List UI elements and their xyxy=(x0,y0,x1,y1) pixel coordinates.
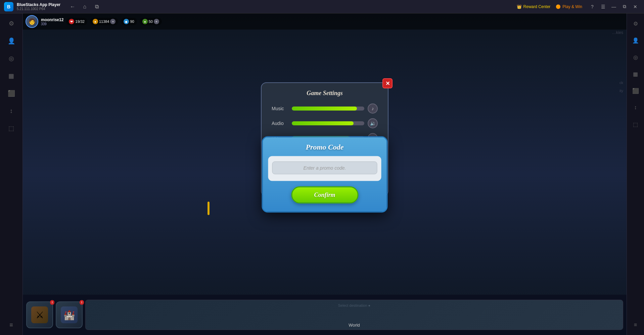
sidebar-icon-1[interactable]: ⚙ xyxy=(4,16,19,31)
bottom-icon-2[interactable]: 🏰 ! xyxy=(56,301,83,328)
gold-value: 11384 xyxy=(99,19,109,24)
gem-stat: ◆ 90 xyxy=(121,18,137,25)
audio-toggle-button[interactable]: 🔉 xyxy=(368,118,378,128)
player-avatar: 🧑 xyxy=(26,15,38,28)
sidebar-icon-3[interactable]: ◎ xyxy=(4,51,19,66)
player-name: moonrise12 xyxy=(41,17,63,22)
gold-icon: ● xyxy=(93,19,98,24)
sidebar-icon-4[interactable]: ▦ xyxy=(4,69,19,83)
music-toggle-button[interactable]: ♪ xyxy=(368,103,378,114)
audio-slider[interactable] xyxy=(292,121,364,125)
menu-button[interactable]: ☰ xyxy=(598,2,608,11)
extra-value: 50 xyxy=(149,19,153,24)
bottom-icon-1-badge: ! xyxy=(50,300,54,305)
audio-label: Audio xyxy=(272,121,288,126)
titlebar-right: 👑 Reward Center 🟠 Play & Win ? ☰ — ⧉ ✕ xyxy=(517,2,640,11)
hp-value: 19/32 xyxy=(75,19,85,24)
gold-stat: ● 11384 + xyxy=(90,18,119,25)
gem-icon: ◆ xyxy=(124,19,129,24)
player-level: 339 xyxy=(41,22,63,26)
music-fill xyxy=(292,107,357,111)
sidebar-icon-6[interactable]: ↕ xyxy=(4,103,19,118)
right-sidebar: ⚙ 👤 ◎ ▦ ⬛ ↕ ⬚ ≡ xyxy=(627,13,644,335)
hp-stat: ❤ 19/32 xyxy=(66,18,87,25)
help-button[interactable]: ? xyxy=(588,2,597,11)
play-win-label: Play & Win xyxy=(562,4,582,9)
app-icon: B xyxy=(4,2,13,11)
close-window-button[interactable]: ✕ xyxy=(631,2,640,11)
promo-input-area xyxy=(268,156,381,181)
music-label: Music xyxy=(272,106,288,111)
reward-center-label: Reward Center xyxy=(523,4,551,9)
right-sidebar-icon-7[interactable]: ⬚ xyxy=(628,117,643,132)
game-content-detail: ckity xyxy=(619,81,623,93)
yellow-line-decoration xyxy=(208,202,210,215)
extra-plus-icon: + xyxy=(154,19,159,24)
game-viewport: 🧑 moonrise12 339 ❤ 19/32 ● 11384 + ◆ 90 … xyxy=(23,13,627,335)
right-sidebar-icon-4[interactable]: ▦ xyxy=(628,67,643,81)
app-version: 5.21.111.1002 P64 xyxy=(17,7,60,11)
promo-title: Promo Code xyxy=(263,137,387,156)
minimize-button[interactable]: — xyxy=(609,2,618,11)
promo-code-input[interactable] xyxy=(272,161,377,174)
world-map-area[interactable]: Select destination ● World xyxy=(85,300,623,330)
settings-title: Game Settings xyxy=(272,90,378,97)
game-topbar: 🧑 moonrise12 339 ❤ 19/32 ● 11384 + ◆ 90 … xyxy=(23,13,627,30)
crown-icon: 👑 xyxy=(517,4,522,9)
gold-plus-icon: + xyxy=(110,19,116,24)
bottom-icon-2-badge: ! xyxy=(80,300,84,305)
promo-code-dialog: Promo Code Confirm xyxy=(262,136,388,212)
sidebar-icon-2[interactable]: 👤 xyxy=(4,34,19,48)
main-area: ⚙ 👤 ◎ ▦ ⬛ ↕ ⬚ ≡ 🧑 moonrise12 339 ❤ 19/32… xyxy=(0,13,644,335)
game-content-hint: …kies xyxy=(612,30,623,35)
back-button[interactable]: ← xyxy=(68,2,77,11)
sidebar-icon-5[interactable]: ⬛ xyxy=(4,86,19,101)
app-name: BlueStacks App Player xyxy=(17,2,60,7)
game-bottom-bar: ⚔ ! 🏰 ! Select destination ● World xyxy=(23,295,627,335)
sidebar-icon-8[interactable]: ≡ xyxy=(4,318,19,332)
nav-buttons: ← ⌂ ⧉ xyxy=(68,2,101,11)
bottom-icon-1-inner: ⚔ xyxy=(31,306,48,323)
music-slider[interactable] xyxy=(292,107,364,111)
restore-button[interactable]: ⧉ xyxy=(620,2,629,11)
music-row: Music ♪ xyxy=(272,103,378,114)
extra-stat: ● 50 + xyxy=(140,18,162,25)
right-sidebar-icon-6[interactable]: ↕ xyxy=(628,100,643,115)
right-sidebar-icon-8[interactable]: ≡ xyxy=(628,318,643,332)
map-content: Select destination ● xyxy=(338,303,371,307)
right-sidebar-icon-1[interactable]: ⚙ xyxy=(628,16,643,31)
window-controls: ? ☰ — ⧉ ✕ xyxy=(588,2,640,11)
world-label: World xyxy=(349,323,360,328)
bottom-icon-1[interactable]: ⚔ ! xyxy=(26,301,53,328)
audio-row: Audio 🔉 xyxy=(272,118,378,128)
tabs-button[interactable]: ⧉ xyxy=(92,2,101,11)
right-sidebar-icon-5[interactable]: ⬛ xyxy=(628,83,643,98)
app-info: BlueStacks App Player 5.21.111.1002 P64 xyxy=(17,2,60,11)
right-sidebar-icon-3[interactable]: ◎ xyxy=(628,50,643,65)
play-win[interactable]: 🟠 Play & Win xyxy=(556,4,582,9)
hp-icon: ❤ xyxy=(69,19,74,24)
extra-icon: ● xyxy=(142,19,148,24)
reward-center[interactable]: 👑 Reward Center xyxy=(517,4,551,9)
settings-close-button[interactable]: ✕ xyxy=(382,78,393,88)
bottom-icon-2-inner: 🏰 xyxy=(61,306,78,323)
left-sidebar: ⚙ 👤 ◎ ▦ ⬛ ↕ ⬚ ≡ xyxy=(0,13,23,335)
titlebar: B BlueStacks App Player 5.21.111.1002 P6… xyxy=(0,0,644,13)
right-sidebar-icon-2[interactable]: 👤 xyxy=(628,33,643,48)
sidebar-icon-7[interactable]: ⬚ xyxy=(4,121,19,136)
home-button[interactable]: ⌂ xyxy=(80,2,89,11)
promo-confirm-button[interactable]: Confirm xyxy=(291,186,358,203)
play-win-icon: 🟠 xyxy=(556,4,561,9)
gem-value: 90 xyxy=(130,19,134,24)
audio-fill xyxy=(292,121,354,125)
